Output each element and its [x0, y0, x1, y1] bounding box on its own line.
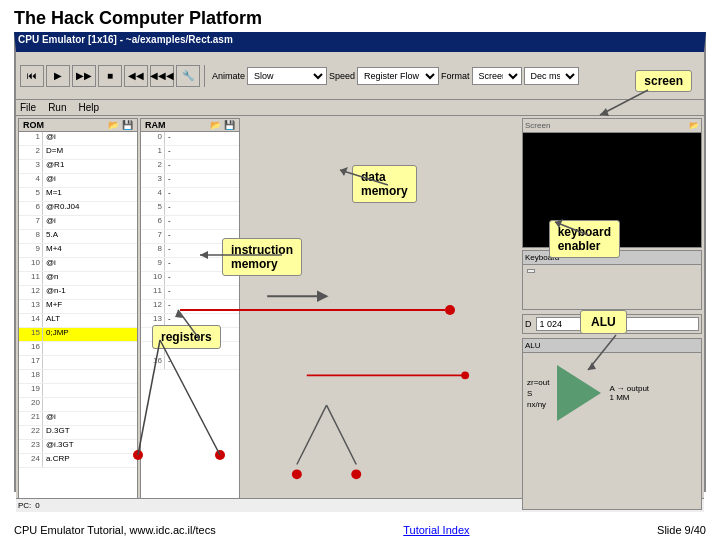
format-label: Format — [441, 71, 470, 81]
registers-callout: registers — [152, 325, 221, 349]
rom-row: 14ALT — [19, 314, 137, 328]
rom-row: 10@i — [19, 258, 137, 272]
screen-panel-header: Screen 📂 — [523, 119, 701, 133]
rom-row: 3@R1 — [19, 160, 137, 174]
ram-row: 16- — [141, 356, 239, 370]
toolbar-btn-back2[interactable]: ◀◀◀ — [150, 65, 174, 87]
screen-callout: screen — [635, 70, 692, 92]
simulator-window: CPU Emulator [1x16] - ~a/examples/Rect.a… — [14, 32, 706, 492]
rom-row: 5M=1 — [19, 188, 137, 202]
screen-header-icons: 📂 — [689, 121, 699, 130]
toolbar: ⏮ ▶ ▶▶ ■ ◀◀ ◀◀◀ 🔧 Animate SlowFastNo ani… — [16, 52, 704, 100]
ram-row: 5- — [141, 202, 239, 216]
animate-label: Animate — [212, 71, 245, 81]
alu-content: zr=out S nx/ny A → output1 MM — [523, 361, 701, 425]
svg-point-5 — [292, 469, 302, 479]
ram-row: 3- — [141, 174, 239, 188]
toolbar-btn-stop[interactable]: ■ — [98, 65, 122, 87]
rom-row: 20 — [19, 398, 137, 412]
alu-panel: ALU zr=out S nx/ny A → output1 MM — [522, 338, 702, 510]
alu-triangle — [557, 365, 601, 421]
ram-toolbar-icons: 📂 💾 — [210, 120, 235, 130]
rom-row: 22D.3GT — [19, 426, 137, 440]
alu-input-s: S — [527, 389, 549, 398]
ram-header: RAM 📂 💾 — [141, 119, 239, 132]
rom-row: 21@i — [19, 412, 137, 426]
toolbar-btn-back[interactable]: ◀◀ — [124, 65, 148, 87]
rom-row: 85.A — [19, 230, 137, 244]
ram-row: 1- — [141, 146, 239, 160]
screen-header-label: Screen — [525, 121, 550, 130]
rom-row: 23@i.3GT — [19, 440, 137, 454]
ram-panel: RAM 📂 💾 0- 1- 2- 3- 4- 5- 6- 7- 8- 9- 10… — [140, 118, 240, 510]
rom-row: 16 — [19, 342, 137, 356]
data-memory-callout: datamemory — [352, 165, 417, 203]
keyboard-panel: Keyboard — [522, 250, 702, 310]
menu-file[interactable]: File — [20, 102, 36, 113]
rom-row: 2D=M — [19, 146, 137, 160]
keyboard-enabler-callout: keyboardenabler — [549, 220, 620, 258]
format-select[interactable]: Screen — [472, 67, 522, 85]
menu-help[interactable]: Help — [78, 102, 99, 113]
svg-line-4 — [327, 405, 357, 464]
d-label: D — [525, 319, 532, 329]
pc-label: PC: — [18, 501, 31, 510]
rom-row: 6@R0.J04 — [19, 202, 137, 216]
rom-row: 11@n — [19, 272, 137, 286]
separator-1 — [204, 65, 208, 87]
footer-slide: Slide 9/40 — [657, 524, 706, 536]
footer-link[interactable]: Tutorial Index — [403, 524, 469, 536]
rom-row: 9M+4 — [19, 244, 137, 258]
svg-point-2 — [461, 371, 469, 379]
toolbar-btn-play[interactable]: ▶ — [46, 65, 70, 87]
rom-row: 1@i — [19, 132, 137, 146]
ram-row: 11- — [141, 286, 239, 300]
toolbar-btn-rewind[interactable]: ⏮ — [20, 65, 44, 87]
window-titlebar: CPU Emulator [1x16] - ~a/examples/Rect.a… — [18, 34, 233, 45]
svg-point-6 — [351, 469, 361, 479]
page-title: The Hack Computer Platform — [14, 8, 262, 29]
key — [527, 269, 535, 273]
instruction-memory-callout: instructionmemory — [222, 238, 302, 276]
alu-input-zr: zr=out — [527, 378, 549, 387]
speed-label: Speed — [329, 71, 355, 81]
ram-row: 4- — [141, 188, 239, 202]
rom-row: 4@i — [19, 174, 137, 188]
keyboard-content — [523, 265, 701, 277]
rom-row-highlighted: 150;JMP — [19, 328, 137, 342]
ram-row: 6- — [141, 216, 239, 230]
rom-row: 19 — [19, 384, 137, 398]
menubar: File Run Help — [16, 100, 704, 116]
alu-inputs: zr=out S nx/ny — [527, 378, 549, 409]
alu-callout: ALU — [580, 310, 627, 334]
rom-row: 24a.CRP — [19, 454, 137, 468]
rom-row: 17 — [19, 356, 137, 370]
rom-header: ROM 📂 💾 — [19, 119, 137, 132]
alu-output: A → output1 MM — [609, 384, 649, 402]
toolbar-btn-fast-forward[interactable]: ▶▶ — [72, 65, 96, 87]
footer: CPU Emulator Tutorial, www.idc.ac.il/tec… — [14, 524, 706, 536]
menu-run[interactable]: Run — [48, 102, 66, 113]
keyboard-row — [527, 269, 697, 273]
alu-header: ALU — [523, 339, 701, 353]
ram-row: 0- — [141, 132, 239, 146]
ram-label: RAM — [145, 120, 166, 130]
alu-input-nx: nx/ny — [527, 400, 549, 409]
dec-select[interactable]: Dec ms — [524, 67, 579, 85]
ram-row: 12- — [141, 300, 239, 314]
rom-row: 18 — [19, 370, 137, 384]
speed-select[interactable]: Register Flow — [357, 67, 439, 85]
rom-row: 12@n-1 — [19, 286, 137, 300]
rom-panel: ROM 📂 💾 1@i 2D=M 3@R1 4@i 5M=1 6@R0.J04 … — [18, 118, 138, 510]
pc-value: 0 — [35, 501, 39, 510]
rom-row: 13M+F — [19, 300, 137, 314]
ram-row: 2- — [141, 160, 239, 174]
rom-label: ROM — [23, 120, 44, 130]
toolbar-btn-settings[interactable]: 🔧 — [176, 65, 200, 87]
svg-line-3 — [297, 405, 327, 464]
rom-toolbar-icons: 📂 💾 — [108, 120, 133, 130]
rom-row: 7@i — [19, 216, 137, 230]
animate-select[interactable]: SlowFastNo animation — [247, 67, 327, 85]
footer-left-text: CPU Emulator Tutorial, www.idc.ac.il/tec… — [14, 524, 216, 536]
